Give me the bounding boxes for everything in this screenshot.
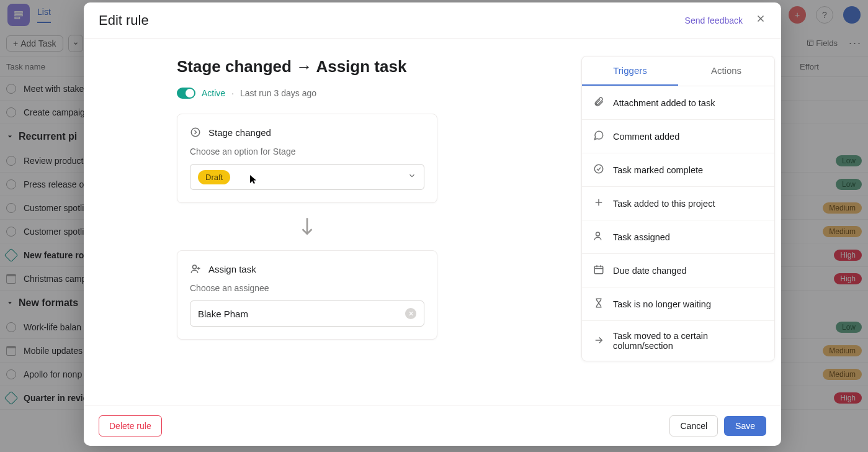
move-icon: [593, 335, 604, 348]
status-last-run: Last run 3 days ago: [240, 88, 316, 98]
trigger-option-label: Task marked complete: [613, 165, 703, 175]
chevron-down-icon: [408, 171, 416, 183]
trigger-option[interactable]: Comment added: [582, 120, 774, 153]
trigger-option-label: Comment added: [613, 132, 679, 142]
trigger-option-label: Due date changed: [613, 266, 687, 276]
modal-title: Edit rule: [99, 12, 149, 29]
clear-assignee-icon[interactable]: ✕: [405, 308, 416, 319]
wait-icon: [593, 297, 604, 310]
trigger-option[interactable]: Task moved to a certain column/section: [582, 321, 774, 361]
date-icon: [593, 264, 604, 277]
rule-title: Stage changed → Assign task: [177, 57, 563, 76]
trigger-title: Stage changed: [208, 127, 271, 138]
status-active-label: Active: [202, 88, 225, 98]
svg-rect-9: [594, 266, 603, 274]
trigger-option[interactable]: Task added to this project: [582, 187, 774, 220]
assignee-value: Blake Pham: [198, 309, 248, 319]
attachment-icon: [593, 96, 604, 109]
cancel-button[interactable]: Cancel: [669, 415, 718, 436]
trigger-option-label: Task added to this project: [613, 199, 715, 209]
trigger-card: Stage changed Choose an option for Stage…: [177, 114, 437, 203]
svg-point-7: [594, 165, 603, 173]
assignee-input[interactable]: Blake Pham ✕: [190, 301, 424, 327]
tab-actions[interactable]: Actions: [678, 56, 774, 86]
trigger-option[interactable]: Attachment added to task: [582, 86, 774, 120]
complete-icon: [593, 163, 604, 176]
trigger-subtitle: Choose an option for Stage: [190, 147, 424, 156]
svg-point-6: [193, 265, 197, 269]
rule-status: Active · Last run 3 days ago: [177, 88, 563, 99]
trigger-option-label: Task moved to a certain column/section: [613, 331, 763, 351]
stage-value-pill: Draft: [198, 170, 230, 184]
plus-icon: [593, 197, 604, 210]
action-subtitle: Choose an assignee: [190, 283, 424, 293]
svg-point-8: [596, 232, 600, 236]
stage-dropdown[interactable]: Draft: [190, 164, 424, 190]
send-feedback-link[interactable]: Send feedback: [685, 16, 743, 25]
edit-rule-modal: Edit rule Send feedback Stage changed → …: [84, 2, 781, 446]
trigger-option[interactable]: Task marked complete: [582, 153, 774, 187]
tab-triggers[interactable]: Triggers: [582, 56, 678, 86]
assign-task-icon: [190, 263, 201, 274]
trigger-option-label: Attachment added to task: [613, 98, 715, 108]
trigger-option[interactable]: Task assigned: [582, 220, 774, 254]
modal-header: Edit rule Send feedback: [84, 2, 781, 38]
active-toggle[interactable]: [177, 88, 195, 99]
trigger-option[interactable]: Task is no longer waiting: [582, 287, 774, 321]
cursor-icon: [249, 174, 258, 184]
stage-changed-icon: [190, 127, 201, 138]
close-icon[interactable]: [755, 13, 766, 27]
trigger-option-label: Task assigned: [613, 232, 670, 242]
side-tabs: Triggers Actions: [582, 56, 774, 86]
trigger-option[interactable]: Due date changed: [582, 254, 774, 287]
comment-icon: [593, 130, 604, 143]
save-button[interactable]: Save: [724, 416, 766, 436]
svg-point-5: [191, 128, 200, 137]
trigger-option-label: Task is no longer waiting: [613, 299, 711, 309]
assign-icon: [593, 230, 604, 243]
action-title: Assign task: [208, 264, 256, 274]
flow-arrow-icon: [177, 203, 437, 250]
delete-rule-button[interactable]: Delete rule: [99, 415, 162, 436]
rule-editor: Stage changed → Assign task Active · Las…: [84, 38, 575, 405]
modal-footer: Delete rule Cancel Save: [84, 405, 781, 446]
rule-side-panel: Triggers Actions Attachment added to tas…: [575, 38, 781, 405]
action-card: Assign task Choose an assignee Blake Pha…: [177, 250, 437, 340]
